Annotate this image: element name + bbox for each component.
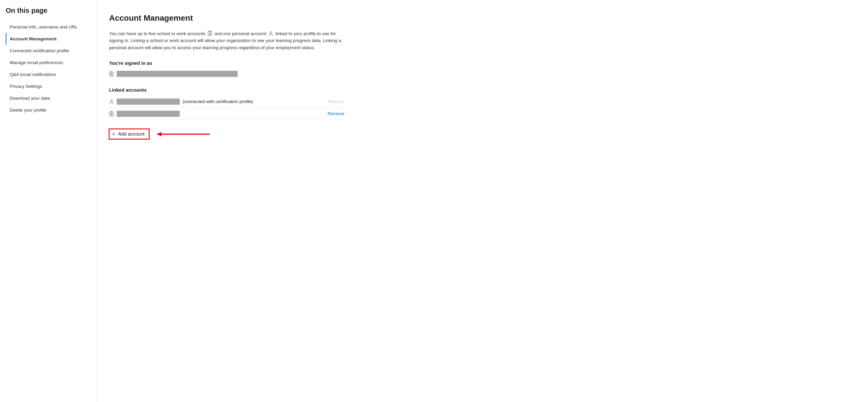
- redacted-account-name: [117, 111, 180, 117]
- linked-accounts-section: Linked accounts (connected with certific…: [109, 87, 344, 120]
- svg-point-5: [111, 100, 113, 102]
- account-description: You can have up to five school or work a…: [109, 30, 344, 51]
- redacted-account-name: [117, 71, 238, 77]
- svg-point-1: [209, 33, 211, 34]
- sidebar-item-privacy-settings[interactable]: Privacy Settings: [6, 81, 91, 92]
- svg-marker-11: [156, 132, 161, 136]
- svg-point-2: [270, 32, 272, 33]
- sidebar-item-qa-notifications[interactable]: Q&A email notifications: [6, 68, 91, 81]
- add-account-button[interactable]: Add account: [109, 129, 149, 139]
- svg-rect-0: [208, 32, 212, 36]
- signed-in-account-row: [109, 69, 344, 79]
- svg-rect-3: [110, 72, 113, 76]
- badge-icon: [109, 71, 114, 77]
- account-note: (connected with certification profile): [183, 99, 253, 104]
- badge-icon: [109, 111, 114, 117]
- svg-rect-6: [110, 112, 113, 116]
- signed-in-heading: You're signed in as: [109, 61, 344, 66]
- add-account-label: Add account: [118, 131, 145, 137]
- remove-account-link[interactable]: Remove: [328, 111, 344, 116]
- sidebar-item-download-data[interactable]: Download your data: [6, 92, 91, 104]
- linked-account-row: Remove: [109, 108, 344, 120]
- badge-icon: [208, 30, 212, 36]
- sidebar-item-connected-certification[interactable]: Connected certification profile: [6, 45, 91, 57]
- plus-icon: [112, 132, 116, 136]
- svg-point-4: [111, 74, 112, 75]
- svg-point-7: [111, 113, 112, 114]
- sidebar-item-delete-profile[interactable]: Delete your profile: [6, 104, 91, 116]
- sidebar-item-personal-info[interactable]: Personal info, username and URL: [6, 21, 91, 33]
- linked-accounts-heading: Linked accounts: [109, 87, 344, 93]
- sidebar-title: On this page: [6, 7, 91, 15]
- sidebar-item-email-preferences[interactable]: Manage email preferences: [6, 57, 91, 68]
- on-this-page-nav: On this page Personal info, username and…: [0, 0, 97, 402]
- linked-account-row: (connected with certification profile) R…: [109, 96, 344, 108]
- page-title: Account Management: [109, 13, 344, 23]
- sidebar-item-account-management[interactable]: Account Management: [6, 33, 91, 45]
- annotation-arrow: [156, 131, 210, 138]
- signed-in-section: You're signed in as: [109, 61, 344, 79]
- linked-accounts-list: (connected with certification profile) R…: [109, 96, 344, 120]
- person-icon: [269, 31, 273, 36]
- main-content: Account Management You can have up to fi…: [97, 0, 358, 402]
- sidebar-items: Personal info, username and URL Account …: [6, 21, 91, 116]
- person-icon: [109, 99, 114, 104]
- redacted-account-name: [117, 98, 180, 105]
- remove-account-link[interactable]: Remove: [328, 99, 344, 104]
